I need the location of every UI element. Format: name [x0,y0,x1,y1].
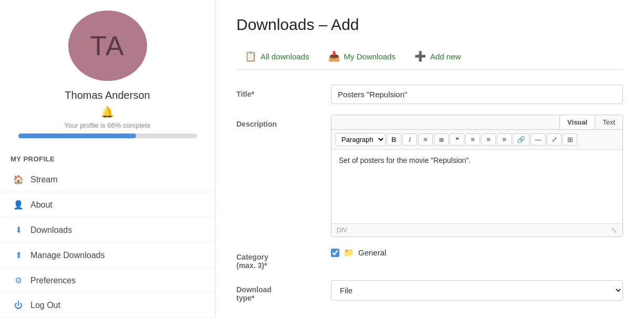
align-left-btn[interactable]: ≡ [465,134,480,146]
logout-icon: ⏻ [13,301,24,310]
manage-downloads-icon: ⬆ [13,250,24,260]
sidebar-item-stream-label: Stream [30,175,58,184]
download-type-row: Downloadtype* File URL Torrent [236,280,623,302]
title-row: Title* [236,85,623,104]
sidebar-item-manage-downloads[interactable]: ⬆ Manage Downloads [0,243,215,268]
all-downloads-tab-icon: 📋 [245,50,256,62]
sidebar-item-preferences-label: Preferences [30,276,76,285]
tab-add-new-label: Add new [430,52,461,61]
preferences-icon: ⚙ [13,275,24,285]
align-center-btn[interactable]: ≡ [481,134,496,146]
title-label: Title* [236,85,320,98]
sidebar-item-downloads[interactable]: ⬇ Downloads [0,218,215,243]
description-label: Description [236,115,320,128]
sidebar-item-about[interactable]: 👤 About [0,192,215,218]
download-type-field: File URL Torrent [331,280,623,301]
tab-my-downloads-label: My Downloads [344,52,396,61]
category-row: Category(max. 3)* 📁 General [236,248,623,270]
sidebar-item-stream[interactable]: 🏠 Stream [0,167,215,192]
title-field [331,85,623,104]
sidebar-item-preferences[interactable]: ⚙ Preferences [0,268,215,293]
sidebar-item-downloads-label: Downloads [30,225,72,235]
add-new-tab-icon: ➕ [414,50,426,62]
editor-container: Visual Text Paragraph Heading 1 Heading … [331,115,623,237]
category-general-checkbox[interactable] [331,249,339,257]
unordered-list-btn[interactable]: ≡ [418,134,433,146]
editor-content: Set of posters for the movie "Repulsion"… [339,156,471,165]
profile-progress-bar [18,134,197,138]
tab-all-downloads[interactable]: 📋 All downloads [236,46,318,70]
sidebar-item-manage-downloads-label: Manage Downloads [30,251,105,260]
blockquote-btn[interactable]: ❝ [450,134,464,146]
description-field: Visual Text Paragraph Heading 1 Heading … [331,115,623,237]
editor-body[interactable]: Set of posters for the movie "Repulsion"… [331,150,622,223]
tab-my-downloads[interactable]: 📥 My Downloads [320,46,404,70]
download-type-label: Downloadtype* [236,280,320,302]
my-profile-section-label: MY PROFILE [0,151,215,167]
editor-footer: DIV ⤡ [331,223,622,237]
editor-toggle-bar: Visual Text [331,115,622,130]
about-icon: 👤 [13,200,24,210]
downloads-icon: ⬇ [13,225,24,235]
ordered-list-btn[interactable]: ≣ [434,134,449,146]
tab-add-new[interactable]: ➕ Add new [406,46,469,70]
sidebar-item-logout[interactable]: ⏻ Log Out [0,293,215,318]
page-title: Downloads – Add [236,16,623,34]
avatar: TA [68,11,147,81]
link-btn[interactable]: 🔗 [513,134,529,146]
description-row: Description Visual Text Paragraph Headin… [236,115,623,237]
main-content: Downloads – Add 📋 All downloads 📥 My Dow… [215,0,644,318]
editor-toolbar: Paragraph Heading 1 Heading 2 B I ≡ ≣ ❝ … [331,130,622,150]
align-right-btn[interactable]: ≡ [497,134,512,146]
italic-btn[interactable]: I [402,134,417,146]
my-downloads-tab-icon: 📥 [328,50,340,62]
profile-progress-fill [18,134,136,138]
profile-nav: 🏠 Stream 👤 About ⬇ Downloads ⬆ Manage Do… [0,167,215,318]
hr-btn[interactable]: — [531,134,546,146]
sidebar-item-logout-label: Log Out [30,301,60,310]
editor-footer-tag: DIV [337,227,347,234]
download-type-select[interactable]: File URL Torrent [331,280,623,301]
user-name: Thomas Anderson [65,89,150,101]
visual-toggle-btn[interactable]: Visual [559,115,595,129]
tab-bar: 📋 All downloads 📥 My Downloads ➕ Add new [236,46,623,70]
avatar-initials: TA [90,30,125,61]
table-btn[interactable]: ⊞ [563,134,577,146]
sidebar: TA Thomas Anderson 🔔 Your profile is 66%… [0,0,215,318]
sidebar-item-about-label: About [30,200,53,210]
fullscreen-btn[interactable]: ⤢ [547,134,562,146]
profile-complete-text: Your profile is 66% complete [64,121,150,129]
downloads-form: Title* Description Visual Text Paragraph [236,85,623,302]
category-label: Category(max. 3)* [236,248,320,270]
bold-btn[interactable]: B [387,134,401,146]
category-general-label: General [358,248,386,257]
category-field: 📁 General [331,248,623,258]
category-option: 📁 General [331,248,623,258]
folder-icon: 📁 [344,248,354,258]
resize-handle-icon[interactable]: ⤡ [611,226,617,234]
text-toggle-btn[interactable]: Text [595,115,622,129]
title-input[interactable] [331,85,623,104]
stream-icon: 🏠 [13,175,24,184]
tab-all-downloads-label: All downloads [261,52,309,61]
format-select[interactable]: Paragraph Heading 1 Heading 2 [336,133,386,146]
notification-bell-icon[interactable]: 🔔 [101,106,114,118]
